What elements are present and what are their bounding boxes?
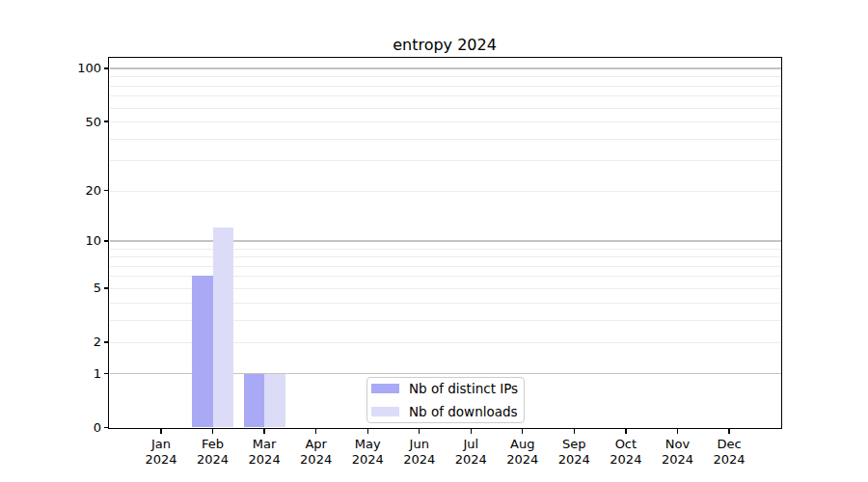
y-tick xyxy=(104,427,109,428)
x-tick xyxy=(728,429,729,434)
y-tick-label: 10 xyxy=(0,232,101,249)
legend-label-downloads: Nb of downloads xyxy=(409,404,518,420)
x-tick xyxy=(471,429,472,434)
x-tick xyxy=(212,429,213,434)
y-tick xyxy=(104,240,109,241)
y-tick-label: 2 xyxy=(0,334,101,350)
y-tick xyxy=(104,190,109,191)
legend-label-distinct-ips: Nb of distinct IPs xyxy=(409,381,518,397)
y-tick-label: 5 xyxy=(0,280,101,296)
x-tick xyxy=(677,429,678,434)
y-tick-label: 20 xyxy=(0,182,101,199)
x-tick-label: Dec 2024 xyxy=(698,437,760,467)
x-tick xyxy=(625,429,626,434)
y-tick-label: 0 xyxy=(0,419,101,436)
y-tick xyxy=(104,341,109,342)
x-tick xyxy=(367,429,368,434)
y-tick-label: 1 xyxy=(0,365,101,382)
y-tick xyxy=(104,67,109,68)
y-tick-label: 50 xyxy=(0,114,101,130)
legend: Nb of distinct IPs Nb of downloads xyxy=(366,377,525,423)
x-tick xyxy=(315,429,316,434)
y-tick xyxy=(104,287,109,288)
y-tick-label: 100 xyxy=(0,60,101,76)
x-tick xyxy=(419,429,420,434)
legend-item-downloads: Nb of downloads xyxy=(371,404,524,420)
chart-title: entropy 2024 xyxy=(393,36,497,54)
chart-figure: entropy 2024 0125102050100Jan 2024Feb 20… xyxy=(0,0,868,482)
x-tick xyxy=(522,429,523,434)
legend-swatch-downloads xyxy=(371,407,399,416)
x-tick xyxy=(263,429,264,434)
y-tick xyxy=(104,120,109,121)
legend-swatch-distinct-ips xyxy=(371,384,399,393)
x-tick xyxy=(574,429,575,434)
y-tick xyxy=(104,373,109,374)
x-tick xyxy=(160,429,161,434)
legend-item-distinct-ips: Nb of distinct IPs xyxy=(371,381,524,397)
